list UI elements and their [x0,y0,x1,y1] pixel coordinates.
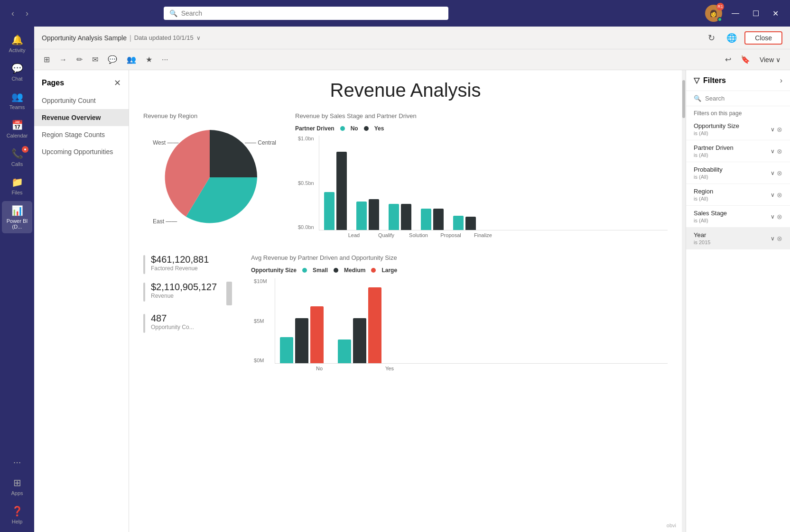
filter-chevron-button[interactable]: ∨ [771,213,775,220]
filter-value: is 2015 [694,239,710,245]
legend-small-label: Small [313,267,328,274]
filter-item-right: ∨ ⊗ [771,235,782,242]
filter-item-right: ∨ ⊗ [771,191,782,199]
window-nav: ‹ › [8,7,32,20]
undo-button[interactable]: ↩ [721,52,735,67]
back-button[interactable]: ‹ [8,7,18,20]
filter-item-sales-stage: Sales Stage is (All) ∨ ⊗ [686,206,790,228]
filter-item-left: Region is (All) [694,188,713,202]
charts-row-bottom: $461,120,881 Factored Revenue $2,110,905… [143,254,668,373]
comment-button[interactable]: 💬 [104,52,121,67]
sidebar-item-apps[interactable]: ⊞ Apps [2,473,32,500]
legend-dot-small [302,268,307,273]
mail-button[interactable]: ✉ [88,52,102,67]
filter-item-right: ∨ ⊗ [771,169,782,177]
filter-chevron-button[interactable]: ∨ [771,191,775,199]
report-scroll[interactable]: Revenue Analysis Revenue by Region [129,70,682,532]
share-teams-button[interactable]: 👥 [123,52,140,67]
page-item-region-stage-counts[interactable]: Region Stage Counts [34,126,129,143]
bar-group-finalize [453,216,476,230]
legend-yes-label: Yes [374,125,384,132]
filter-chevron-button[interactable]: ∨ [771,126,775,133]
sidebar-item-activity[interactable]: 🔔 Activity [2,30,32,57]
filter-item-right: ∨ ⊗ [771,213,782,220]
sidebar-item-teams[interactable]: 👥 Teams [2,87,32,114]
favorite-button[interactable]: ★ [142,52,156,67]
filter-icon: ▽ [694,76,699,85]
filter-value: is (All) [694,152,734,158]
teams-sidebar: 🔔 Activity 💬 Chat 👥 Teams 📅 Calendar ● 📞… [0,27,34,532]
scrollbar-thumb[interactable] [682,80,685,118]
title-chevron-icon[interactable]: ∨ [196,35,201,41]
page-item-opportunity-count[interactable]: Opportunity Count [34,92,129,109]
edit-button[interactable]: ✏ [73,52,86,67]
filter-search-input[interactable] [705,95,785,102]
sidebar-item-label: Calendar [7,133,28,138]
filter-chevron-button[interactable]: ∨ [771,147,775,155]
sidebar-item-chat[interactable]: 💬 Chat [2,59,32,85]
pages-close-button[interactable]: ✕ [114,78,121,88]
arrow-button[interactable]: → [56,53,71,67]
data-updated: Data updated 10/1/15 [134,34,194,41]
table-view-button[interactable]: ⊞ [40,52,54,67]
x-label-lead: Lead [343,232,365,238]
more-options[interactable]: ··· [9,453,25,471]
filter-chevron-button[interactable]: ∨ [771,235,775,242]
sidebar-item-calendar[interactable]: 📅 Calendar [2,116,32,142]
maximize-button[interactable]: ☐ [749,7,763,20]
globe-button[interactable]: 🌐 [723,31,741,45]
sidebar-item-powerbi[interactable]: 📊 Power BI (D... [2,201,32,233]
filter-clear-button[interactable]: ⊗ [777,235,782,242]
sidebar-item-label: Files [11,190,22,195]
main-layout: 🔔 Activity 💬 Chat 👥 Teams 📅 Calendar ● 📞… [0,27,790,532]
sidebar-item-label: Help [12,519,23,524]
filter-clear-button[interactable]: ⊗ [777,191,782,199]
filter-clear-button[interactable]: ⊗ [777,126,782,133]
bar-chart1-section: Revenue by Sales Stage and Partner Drive… [295,112,668,240]
forward-button[interactable]: › [22,7,32,20]
avatar-badge: R1 [716,3,724,10]
filter-name: Region [694,188,713,195]
report-scrollbar[interactable] [682,70,686,532]
filter-name: Year [694,231,710,238]
close-button[interactable]: Close [744,31,782,45]
sidebar-item-calls[interactable]: ● 📞 Calls [2,144,32,171]
app-title: Opportunity Analysis Sample | Data updat… [42,34,201,42]
bar-qualify-no [356,202,367,230]
x-label-qualify: Qualify [375,232,398,238]
global-search-bar[interactable]: 🔍 [164,7,448,20]
sidebar-item-label: Teams [9,104,25,110]
pie-label-central: —— Central [245,139,276,146]
sidebar-item-help[interactable]: ❓ Help [2,502,32,528]
filter-item-region: Region is (All) ∨ ⊗ [686,184,790,206]
x-label2-yes: Yes [369,366,410,371]
refresh-button[interactable]: ↻ [704,31,719,45]
kpi-label-1: Factored Revenue [151,265,209,272]
view-button[interactable]: View ∨ [756,54,784,65]
bookmark-button[interactable]: 🔖 [737,52,754,67]
page-item-revenue-overview[interactable]: Revenue Overview [34,109,129,126]
kpi-revenue: $2,110,905,127 Revenue [143,282,232,305]
filter-name: Opportunity Size [694,122,739,129]
search-input[interactable] [181,9,443,17]
filters-expand-button[interactable]: › [780,76,782,85]
filter-name: Sales Stage [694,210,727,217]
filter-clear-button[interactable]: ⊗ [777,147,782,155]
bar-chart1: $1.0bn $0.5bn $0.0bn [295,136,668,240]
sidebar-item-files[interactable]: 📁 Files [2,173,32,199]
legend-dot-large [371,268,376,273]
filter-item-year: Year is 2015 ∨ ⊗ [686,228,790,249]
window-close-button[interactable]: ✕ [769,7,782,20]
bar-solution-no [389,204,399,230]
kpi-value-2: $2,110,905,127 [151,282,217,293]
bar-x-labels2: No Yes [275,364,668,373]
filter-clear-button[interactable]: ⊗ [777,213,782,220]
page-item-upcoming-opportunities[interactable]: Upcoming Opportunities [34,143,129,160]
filter-clear-button[interactable]: ⊗ [777,169,782,177]
more-button[interactable]: ··· [158,53,172,67]
legend-large-label: Large [381,267,397,274]
filter-chevron-button[interactable]: ∨ [771,169,775,177]
filter-item-left: Sales Stage is (All) [694,210,727,223]
minimize-button[interactable]: — [728,7,743,19]
sec-toolbar-right: ↩ 🔖 View ∨ [721,52,784,67]
